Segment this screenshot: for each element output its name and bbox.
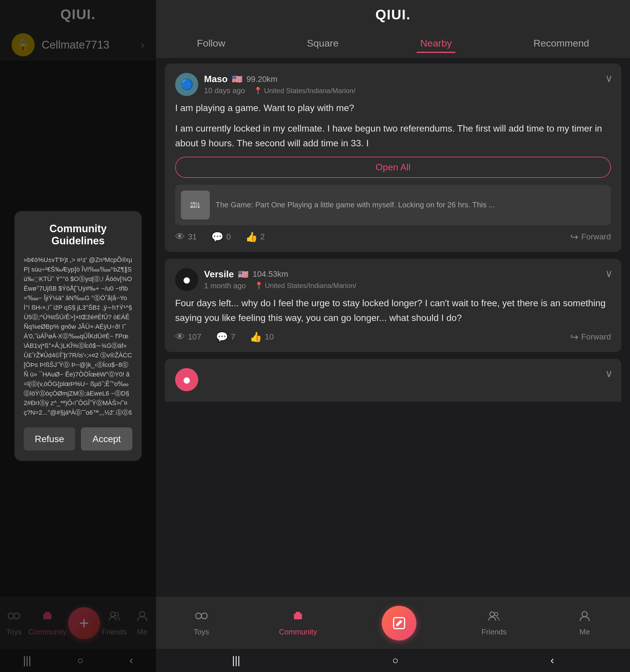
avatar-icon-3: ● [182, 371, 191, 388]
post-text-2: Four days left... why do I feel the urge… [175, 296, 611, 325]
right-panel: QIUI. Follow Square Nearby Recommend ∨ 🔵… [156, 0, 630, 672]
right-nav-toys[interactable]: Toys [188, 609, 215, 637]
right-nav-friends-label: Friends [481, 627, 507, 637]
post-user-row-1: Maso 🇺🇸 99.20km [204, 74, 611, 85]
location-pin-icon-1: 📍 [254, 87, 262, 95]
post-time-1: 10 days ago [204, 86, 245, 95]
post-header-1: 🔵 Maso 🇺🇸 99.20km 10 days ago 📍 United S… [175, 73, 611, 96]
right-nav-toys-label: Toys [194, 627, 209, 637]
forward-icon-2: ↪ [570, 331, 578, 343]
post-time-2: 1 month ago [204, 281, 246, 290]
svg-point-14 [582, 611, 587, 617]
likes-count-2[interactable]: 👍 10 [250, 331, 274, 343]
svg-point-7 [196, 613, 201, 619]
svg-point-12 [490, 612, 495, 617]
likes-count-1[interactable]: 👍 2 [245, 231, 265, 243]
cellmate-logo-icon: CELL MATE [181, 191, 210, 219]
right-app-title: QIUI. [375, 7, 411, 23]
like-icon-1: 👍 [245, 231, 257, 243]
modal-title: Community Guidelines [24, 223, 132, 247]
location-pin-icon-2: 📍 [255, 282, 263, 290]
post-actions-2: 👁 107 💬 7 👍 10 ↪ Forward [175, 331, 611, 343]
modal-overlay: Community Guidelines »b¢ò%U±vT'Þ)t ,> ¤¹… [0, 0, 156, 672]
post-username-1: Maso [204, 74, 228, 85]
edit-button[interactable] [382, 606, 417, 641]
post-card-1: ∨ 🔵 Maso 🇺🇸 99.20km 10 days ago 📍 [165, 64, 621, 252]
right-sys-back-icon: ‹ [551, 654, 554, 667]
comments-count-2[interactable]: 💬 7 [216, 331, 235, 343]
post-avatar-1: 🔵 [175, 73, 198, 96]
right-app-header: QIUI. [156, 0, 630, 29]
right-system-bar: ||| ○ ‹ [156, 649, 630, 672]
post-header-3: ● [175, 368, 611, 391]
post-text-1b: I am currently locked in my cellmate. I … [175, 121, 611, 151]
modal-buttons: Refuse Accept [24, 427, 132, 451]
views-count-2: 👁 107 [175, 331, 201, 342]
eye-icon-1: 👁 [175, 231, 185, 242]
post-meta-2: Versile 🇺🇸 104.53km 1 month ago 📍 United… [204, 269, 611, 290]
post-flag-2: 🇺🇸 [238, 269, 249, 279]
eye-icon-2: 👁 [175, 331, 185, 342]
post-location-1: 📍 United States/Indiana/Marion/ [254, 87, 355, 95]
comments-count-1[interactable]: 💬 0 [211, 231, 231, 243]
right-nav-me[interactable]: Me [572, 609, 598, 637]
post-distance-1: 99.20km [247, 75, 277, 84]
forward-button-2[interactable]: ↪ Forward [570, 331, 611, 343]
tab-follow[interactable]: Follow [188, 35, 234, 52]
comment-icon-2: 💬 [216, 331, 228, 343]
refuse-button[interactable]: Refuse [24, 427, 75, 451]
post-username-2: Versile [204, 269, 234, 280]
post-preview-1[interactable]: CELL MATE The Game: Part One Playing a l… [175, 185, 611, 225]
right-friends-icon [487, 609, 500, 625]
svg-point-13 [495, 613, 498, 616]
post-header-2: ● Versile 🇺🇸 104.53km 1 month ago 📍 Unit… [175, 268, 611, 291]
edit-icon [391, 615, 407, 631]
feed-container: ∨ 🔵 Maso 🇺🇸 99.20km 10 days ago 📍 [156, 58, 630, 672]
post-text-1a: I am playing a game. Want to play with m… [175, 101, 611, 115]
post-location-2: 📍 United States/Indiana/Marion/ [255, 282, 356, 290]
post-meta-1: Maso 🇺🇸 99.20km 10 days ago 📍 United Sta… [204, 74, 611, 95]
right-nav-friends[interactable]: Friends [481, 609, 507, 637]
post-avatar-3: ● [175, 368, 198, 391]
post-card-2: ∨ ● Versile 🇺🇸 104.53km 1 month ago 📍 [165, 259, 621, 352]
community-guidelines-modal: Community Guidelines »b¢ò%U±vT'Þ)t ,> ¤¹… [15, 211, 142, 461]
tab-square[interactable]: Square [298, 35, 347, 52]
open-all-button[interactable]: Open All [175, 157, 611, 178]
right-toys-icon [195, 609, 208, 625]
preview-text-1: The Game: Part One Playing a little game… [216, 199, 495, 211]
post-actions-1: 👁 31 💬 0 👍 2 ↪ Forward [175, 231, 611, 243]
post-flag-1: 🇺🇸 [232, 74, 243, 84]
expand-icon-3[interactable]: ∨ [605, 367, 613, 380]
forward-button-1[interactable]: ↪ Forward [570, 231, 611, 243]
right-nav-edit[interactable] [382, 606, 417, 641]
right-sys-home-icon: ○ [392, 654, 399, 667]
avatar-icon-1: 🔵 [180, 78, 193, 91]
right-community-icon [292, 609, 304, 625]
svg-rect-10 [296, 612, 300, 614]
post-distance-2: 104.53km [253, 269, 288, 279]
expand-icon-2[interactable]: ∨ [605, 267, 613, 280]
right-nav-community[interactable]: Community [279, 609, 317, 637]
like-icon-2: 👍 [250, 331, 262, 343]
forward-icon-1: ↪ [570, 231, 578, 243]
accept-button[interactable]: Accept [81, 427, 132, 451]
views-count-1: 👁 31 [175, 231, 197, 242]
tab-nearby[interactable]: Nearby [411, 35, 461, 52]
tab-recommend[interactable]: Recommend [525, 35, 598, 52]
avatar-icon-2: ● [182, 271, 191, 288]
tab-bar: Follow Square Nearby Recommend [156, 29, 630, 58]
post-user-row-2: Versile 🇺🇸 104.53km [204, 269, 611, 280]
left-panel: QIUI. 🔒 Cellmate7713 › Community Guideli… [0, 0, 156, 672]
right-nav-community-label: Community [279, 627, 317, 637]
comment-icon-1: 💬 [211, 231, 223, 243]
right-bottom-nav: Toys Community Friends [156, 597, 630, 649]
right-nav-me-label: Me [579, 627, 590, 637]
right-sys-menu-icon: ||| [232, 654, 240, 667]
modal-content: »b¢ò%U±vT'Þ)t ,> ¤¹z' @Zn³McpÕ®rµP| sùu÷… [24, 255, 132, 417]
post-card-3-partial: ∨ ● [165, 359, 621, 402]
expand-icon-1[interactable]: ∨ [605, 72, 613, 85]
svg-rect-9 [294, 614, 302, 619]
svg-point-8 [201, 613, 207, 619]
right-me-icon [578, 609, 591, 625]
post-avatar-2: ● [175, 268, 198, 291]
